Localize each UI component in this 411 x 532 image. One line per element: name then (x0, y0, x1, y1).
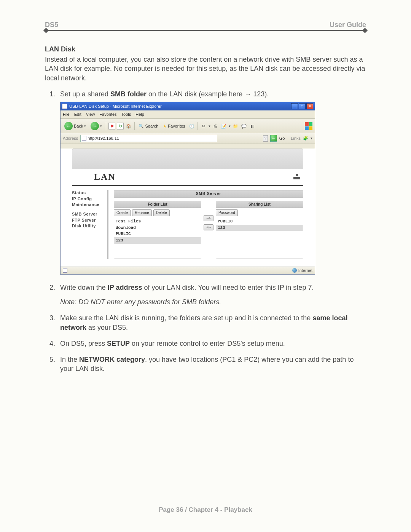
password-button[interactable]: Password (216, 209, 238, 216)
folder-icon[interactable]: 📁 (232, 123, 239, 129)
step-3: Make sure the LAN disk is running, the f… (60, 313, 366, 332)
list-item[interactable]: Test Files (114, 218, 201, 225)
refresh-icon[interactable]: ↻ (117, 123, 124, 129)
folder-list-header: Folder List (114, 201, 201, 208)
stop-icon[interactable]: ✖ (108, 123, 115, 129)
back-button[interactable]: ←Back ▾ (63, 121, 88, 131)
ie-statusbar: Internet (61, 267, 315, 274)
links-plugin-icon[interactable]: 🧩 (303, 136, 308, 141)
status-page-icon (63, 268, 67, 273)
list-item[interactable]: download (114, 225, 201, 231)
menu-file[interactable]: File (63, 112, 70, 117)
close-button[interactable]: × (306, 103, 313, 109)
ie-page-icon (62, 104, 67, 109)
sidebar-item-ftp[interactable]: FTP Server (72, 217, 104, 223)
ie-titlebar: USB-LAN Disk Setup - Microsoft Internet … (61, 102, 315, 110)
section-title: LAN Disk (45, 45, 366, 53)
search-button[interactable]: 🔍 Search (137, 123, 160, 130)
lan-hero-banner (72, 149, 303, 169)
move-right-button[interactable]: --> (204, 215, 213, 221)
internet-zone-icon (292, 268, 297, 273)
page-content: LAN Status IP Config Maintenance SMB Ser… (61, 149, 315, 274)
sharing-panel: Sharing List Password PUBLIC 123 (216, 201, 303, 259)
create-button[interactable]: Create (114, 209, 131, 216)
messenger-icon[interactable]: ◧ (249, 123, 256, 129)
list-item-selected[interactable]: 123 (114, 237, 201, 244)
step-5: In the NETWORK category, you have two lo… (60, 355, 366, 374)
sidebar-item-maintenance[interactable]: Maintenance (72, 202, 104, 208)
header-rule (45, 30, 366, 31)
sidebar-item-status[interactable]: Status (72, 190, 104, 196)
sidebar-item-diskutil[interactable]: Disk Utility (72, 223, 104, 229)
page-footer: Page 36 / Chapter 4 - Playback (0, 506, 411, 514)
sidebar-item-ipconfig[interactable]: IP Config (72, 196, 104, 202)
smb-note: Note: DO NOT enter any passwords for SMB… (60, 297, 366, 307)
ie-title-text: USB-LAN Disk Setup - Microsoft Internet … (69, 104, 162, 109)
step-2: Write down the IP address of your LAN di… (60, 283, 366, 307)
home-icon[interactable]: 🏠 (125, 123, 132, 129)
address-input[interactable]: http://192.168.11 (80, 135, 217, 142)
sharing-list-header: Sharing List (216, 201, 303, 208)
mail-icon[interactable]: ✉ (200, 123, 207, 129)
folder-panel: Folder List Create Rename Delete Test Fi… (114, 201, 201, 259)
ie-menubar: File Edit View Favorites Tools Help (61, 110, 315, 119)
folder-listbox[interactable]: Test Files download PUBLIC 123 (114, 218, 201, 259)
menu-help[interactable]: Help (135, 112, 144, 117)
status-zone: Internet (298, 268, 312, 273)
edit-icon[interactable]: 📝 (220, 123, 227, 129)
intro-paragraph: Instead of a local computer, you can als… (45, 55, 366, 83)
panel-main-title: SMB Server (114, 190, 303, 198)
step-1: Set up a shared SMB folder on the LAN di… (60, 89, 366, 275)
list-item-selected[interactable]: 123 (216, 225, 303, 231)
windows-logo-icon (305, 122, 312, 130)
lan-heading: LAN (94, 171, 116, 183)
ie-toolbar: ←Back ▾ → ▾ ✖ ↻ 🏠 🔍 Search ★ Favorites 🕘… (61, 119, 315, 133)
favorites-button[interactable]: ★ Favorites (161, 123, 186, 130)
address-label: Address (63, 136, 78, 141)
address-dropdown-icon[interactable]: v (263, 135, 268, 141)
list-item[interactable]: PUBLIC (216, 218, 303, 225)
menu-favorites[interactable]: Favorites (99, 112, 116, 117)
sharing-listbox[interactable]: PUBLIC 123 (216, 218, 303, 259)
move-left-button[interactable]: <-- (204, 224, 213, 230)
links-label[interactable]: Links (291, 136, 301, 141)
header-right: User Guide (330, 21, 366, 29)
address-bar: Address http://192.168.11 v →Go Links 🧩▾ (61, 133, 315, 144)
list-item[interactable]: PUBLIC (114, 231, 201, 237)
history-icon[interactable]: 🕘 (188, 123, 195, 129)
step-4: On DS5, press SETUP on your remote contr… (60, 339, 366, 348)
header-left: DS5 (45, 21, 58, 29)
delete-button[interactable]: Delete (153, 209, 170, 216)
divider (72, 185, 303, 186)
menu-view[interactable]: View (86, 112, 95, 117)
print-icon[interactable]: 🖨 (212, 123, 219, 129)
go-button[interactable]: → (270, 135, 277, 142)
discuss-icon[interactable]: 💬 (241, 123, 247, 129)
menu-edit[interactable]: Edit (74, 112, 81, 117)
forward-button[interactable]: → ▾ (89, 121, 104, 131)
ie-window-figure: USB-LAN Disk Setup - Microsoft Internet … (60, 102, 315, 274)
rename-button[interactable]: Rename (132, 209, 152, 216)
minimize-button[interactable]: _ (291, 103, 298, 109)
menu-tools[interactable]: Tools (121, 112, 131, 117)
network-icon (293, 174, 300, 179)
config-sidebar: Status IP Config Maintenance SMB Server … (72, 190, 108, 259)
maximize-button[interactable]: □ (299, 103, 306, 109)
sidebar-item-smb[interactable]: SMB Server (72, 211, 104, 217)
